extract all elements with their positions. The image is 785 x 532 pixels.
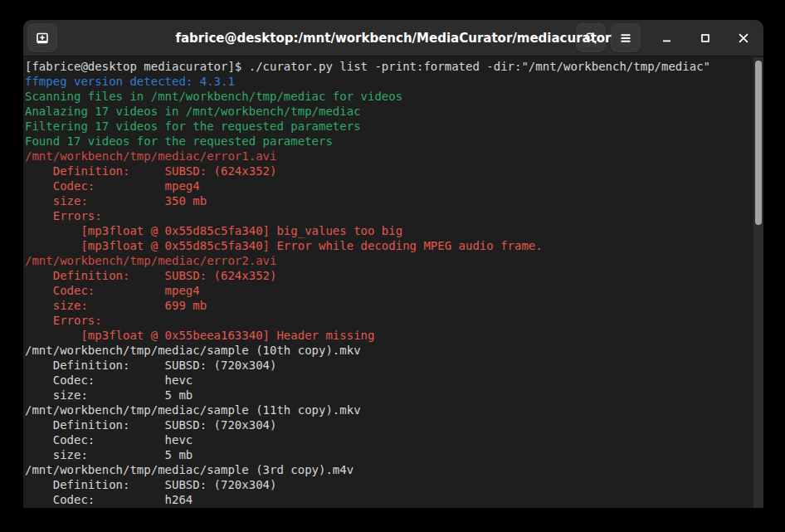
menu-icon bbox=[620, 32, 631, 44]
terminal-line: Definition: SUBSD: (720x304) bbox=[25, 477, 752, 492]
terminal-line: size: 5 mb bbox=[25, 447, 752, 462]
terminal-line: Filtering 17 videos for the requested pa… bbox=[25, 119, 752, 134]
search-icon bbox=[584, 32, 597, 45]
terminal-line: Codec: hevc bbox=[25, 373, 752, 388]
terminal-lines: [fabrice@desktop mediacurator]$ ./curato… bbox=[25, 59, 752, 508]
terminal-line: Codec: hevc bbox=[25, 432, 752, 447]
terminal-line: size: 5 mb bbox=[25, 388, 752, 403]
terminal-line: Definition: SUBSD: (720x304) bbox=[25, 358, 752, 373]
terminal-line: [mp3float @ 0x55d85c5fa340] Error while … bbox=[25, 238, 752, 253]
scrollbar-thumb[interactable] bbox=[755, 61, 762, 225]
terminal-line: /mnt/workbench/tmp/mediac/sample (11th c… bbox=[25, 403, 752, 417]
titlebar: fabrice@desktop:/mnt/workbench/MediaCura… bbox=[23, 20, 763, 56]
terminal-line: Codec: h264 bbox=[25, 492, 752, 507]
terminal-line: /mnt/workbench/tmp/mediac/error1.avi bbox=[25, 149, 752, 164]
terminal-line: Definition: SUBSD: (624x352) bbox=[25, 164, 752, 178]
terminal-line: Errors: bbox=[25, 313, 752, 328]
scrollbar[interactable] bbox=[753, 57, 763, 508]
terminal-line: /mnt/workbench/tmp/mediac/error2.avi bbox=[25, 253, 752, 268]
maximize-button[interactable] bbox=[694, 27, 717, 50]
maximize-icon bbox=[700, 32, 711, 44]
terminal-window: fabrice@desktop:/mnt/workbench/MediaCura… bbox=[23, 20, 763, 508]
minimize-button[interactable] bbox=[656, 27, 679, 50]
search-button[interactable] bbox=[576, 23, 606, 52]
headerbar-right bbox=[576, 23, 755, 52]
terminal-line: [mp3float @ 0x55beea163340] Header missi… bbox=[25, 328, 752, 343]
menu-button[interactable] bbox=[611, 23, 641, 52]
terminal-line: Found 17 videos for the requested parame… bbox=[25, 134, 752, 149]
terminal-line: [fabrice@desktop mediacurator]$ ./curato… bbox=[25, 59, 752, 74]
new-tab-icon bbox=[35, 31, 50, 46]
terminal-line: /mnt/workbench/tmp/mediac/sample (10th c… bbox=[25, 343, 752, 358]
close-icon bbox=[738, 32, 749, 44]
terminal-line: [mp3float @ 0x55d85c5fa340] big_values t… bbox=[25, 223, 752, 238]
new-tab-button[interactable] bbox=[27, 23, 57, 52]
close-button[interactable] bbox=[732, 27, 755, 50]
terminal-line: Scanning files in /mnt/workbench/tmp/med… bbox=[25, 89, 752, 104]
terminal-line: Codec: mpeg4 bbox=[25, 178, 752, 193]
terminal-output[interactable]: [fabrice@desktop mediacurator]$ ./curato… bbox=[23, 57, 763, 508]
terminal-line: Definition: SUBSD: (720x304) bbox=[25, 417, 752, 432]
terminal-line: size: 699 mb bbox=[25, 298, 752, 313]
terminal-line: size: 350 mb bbox=[25, 193, 752, 208]
terminal-line: Analazing 17 videos in /mnt/workbench/tm… bbox=[25, 104, 752, 119]
terminal-line: Errors: bbox=[25, 208, 752, 223]
minimize-icon bbox=[661, 32, 673, 44]
terminal-line: /mnt/workbench/tmp/mediac/sample (3rd co… bbox=[25, 462, 752, 477]
terminal-line: Definition: SUBSD: (624x352) bbox=[25, 268, 752, 283]
terminal-line: Codec: mpeg4 bbox=[25, 283, 752, 298]
terminal-line: ffmpeg version detected: 4.3.1 bbox=[25, 74, 752, 89]
